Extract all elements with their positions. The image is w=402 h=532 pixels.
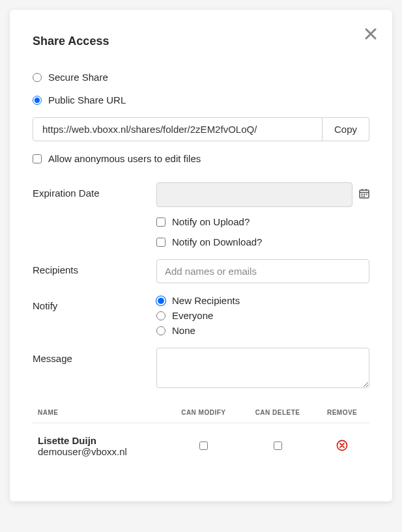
recipients-input[interactable]	[156, 259, 369, 283]
public-share-radio[interactable]	[33, 96, 42, 105]
notify-upload-checkbox[interactable]	[156, 217, 165, 227]
share-url-row: Copy	[33, 117, 369, 141]
notify-new-recipients-radio[interactable]	[156, 295, 166, 305]
share-access-modal: Share Access Secure Share Public Share U…	[10, 10, 392, 501]
expiration-label: Expiration Date	[33, 182, 156, 199]
modal-title: Share Access	[33, 35, 369, 48]
recipients-row: Recipients	[33, 259, 369, 283]
notify-new-recipients-option[interactable]: New Recipients	[156, 295, 369, 306]
expiration-row: Expiration Date Notify on Upload? Notify…	[33, 182, 369, 247]
notify-label: Notify	[33, 295, 156, 311]
col-remove: REMOVE	[315, 402, 369, 423]
svg-rect-8	[364, 196, 365, 197]
notify-download-checkbox[interactable]	[156, 238, 165, 247]
notify-download-label: Notify on Download?	[172, 236, 262, 247]
recipients-table: NAME CAN MODIFY CAN DELETE REMOVE Lisett…	[33, 402, 369, 462]
close-icon[interactable]	[365, 25, 377, 42]
share-url-input[interactable]	[33, 117, 323, 141]
user-name: Lisette Duijn	[38, 435, 162, 446]
secure-share-radio[interactable]	[33, 73, 42, 82]
message-label: Message	[33, 348, 156, 364]
notify-everyone-option[interactable]: Everyone	[156, 310, 369, 321]
allow-anon-row[interactable]: Allow anonymous users to edit files	[33, 153, 369, 164]
notify-everyone-radio[interactable]	[156, 311, 165, 320]
notify-none-radio[interactable]	[156, 326, 165, 335]
col-can-delete: CAN DELETE	[240, 402, 315, 423]
recipients-label: Recipients	[33, 259, 156, 275]
notify-none-label: None	[172, 325, 195, 336]
svg-rect-4	[362, 194, 363, 195]
notify-new-recipients-label: New Recipients	[172, 295, 240, 306]
notify-upload-label: Notify on Upload?	[172, 216, 250, 227]
col-name: NAME	[33, 402, 167, 423]
can-modify-checkbox[interactable]	[199, 441, 208, 450]
notify-none-option[interactable]: None	[156, 325, 369, 336]
user-email: demouser@vboxx.nl	[38, 446, 162, 457]
message-textarea[interactable]	[156, 348, 369, 388]
copy-button[interactable]: Copy	[323, 117, 369, 141]
notify-upload-row[interactable]: Notify on Upload?	[156, 216, 369, 227]
notify-everyone-label: Everyone	[172, 310, 213, 321]
secure-share-label: Secure Share	[48, 72, 108, 83]
public-share-option[interactable]: Public Share URL	[33, 94, 369, 105]
notify-row: Notify New Recipients Everyone None	[33, 295, 369, 336]
message-row: Message	[33, 348, 369, 391]
public-share-label: Public Share URL	[48, 94, 126, 105]
allow-anon-checkbox[interactable]	[33, 154, 42, 163]
remove-icon[interactable]	[336, 440, 348, 451]
svg-rect-6	[366, 194, 367, 195]
calendar-icon[interactable]	[359, 188, 369, 201]
can-delete-checkbox[interactable]	[274, 441, 282, 450]
svg-rect-7	[362, 196, 363, 197]
expiration-input[interactable]	[156, 182, 352, 207]
table-row: Lisette Duijn demouser@vboxx.nl	[33, 423, 369, 463]
secure-share-option[interactable]: Secure Share	[33, 72, 369, 83]
allow-anon-label: Allow anonymous users to edit files	[48, 153, 201, 164]
col-can-modify: CAN MODIFY	[167, 402, 240, 423]
svg-rect-5	[364, 194, 365, 195]
notify-download-row[interactable]: Notify on Download?	[156, 236, 369, 247]
